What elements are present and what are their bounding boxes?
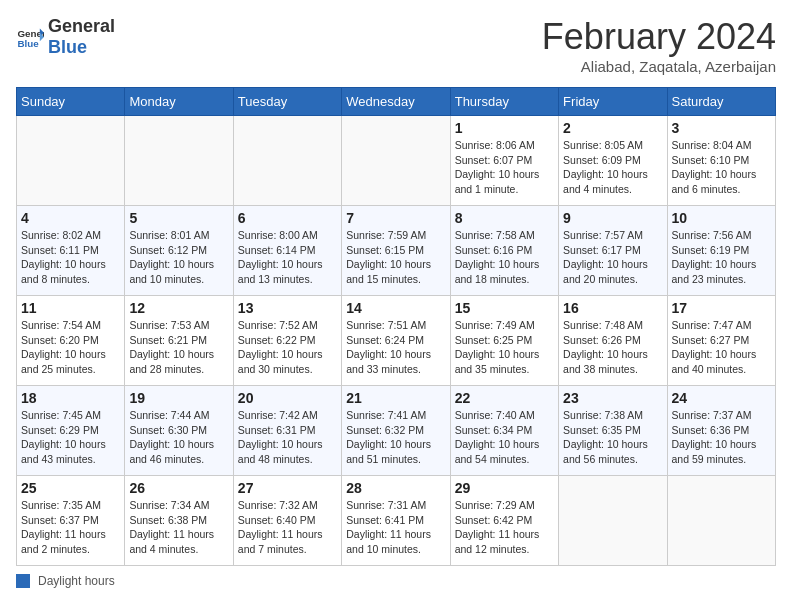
day-number: 6	[238, 210, 337, 226]
day-number: 21	[346, 390, 445, 406]
day-info: Sunrise: 7:58 AM Sunset: 6:16 PM Dayligh…	[455, 228, 554, 287]
day-number: 22	[455, 390, 554, 406]
day-info: Sunrise: 8:05 AM Sunset: 6:09 PM Dayligh…	[563, 138, 662, 197]
calendar-cell: 4Sunrise: 8:02 AM Sunset: 6:11 PM Daylig…	[17, 206, 125, 296]
calendar-cell: 3Sunrise: 8:04 AM Sunset: 6:10 PM Daylig…	[667, 116, 775, 206]
day-info: Sunrise: 7:45 AM Sunset: 6:29 PM Dayligh…	[21, 408, 120, 467]
calendar-cell: 19Sunrise: 7:44 AM Sunset: 6:30 PM Dayli…	[125, 386, 233, 476]
day-info: Sunrise: 7:57 AM Sunset: 6:17 PM Dayligh…	[563, 228, 662, 287]
location: Aliabad, Zaqatala, Azerbaijan	[542, 58, 776, 75]
day-info: Sunrise: 7:54 AM Sunset: 6:20 PM Dayligh…	[21, 318, 120, 377]
day-number: 10	[672, 210, 771, 226]
day-info: Sunrise: 7:48 AM Sunset: 6:26 PM Dayligh…	[563, 318, 662, 377]
day-number: 2	[563, 120, 662, 136]
day-number: 18	[21, 390, 120, 406]
logo-blue: Blue	[48, 37, 115, 58]
calendar-cell: 17Sunrise: 7:47 AM Sunset: 6:27 PM Dayli…	[667, 296, 775, 386]
day-number: 19	[129, 390, 228, 406]
calendar-week-5: 25Sunrise: 7:35 AM Sunset: 6:37 PM Dayli…	[17, 476, 776, 566]
calendar-cell: 6Sunrise: 8:00 AM Sunset: 6:14 PM Daylig…	[233, 206, 341, 296]
day-info: Sunrise: 8:02 AM Sunset: 6:11 PM Dayligh…	[21, 228, 120, 287]
day-info: Sunrise: 7:53 AM Sunset: 6:21 PM Dayligh…	[129, 318, 228, 377]
calendar-cell	[342, 116, 450, 206]
day-number: 25	[21, 480, 120, 496]
col-header-wednesday: Wednesday	[342, 88, 450, 116]
calendar-cell: 25Sunrise: 7:35 AM Sunset: 6:37 PM Dayli…	[17, 476, 125, 566]
day-info: Sunrise: 8:01 AM Sunset: 6:12 PM Dayligh…	[129, 228, 228, 287]
day-info: Sunrise: 7:44 AM Sunset: 6:30 PM Dayligh…	[129, 408, 228, 467]
col-header-sunday: Sunday	[17, 88, 125, 116]
title-block: February 2024 Aliabad, Zaqatala, Azerbai…	[542, 16, 776, 75]
day-info: Sunrise: 8:04 AM Sunset: 6:10 PM Dayligh…	[672, 138, 771, 197]
calendar-week-4: 18Sunrise: 7:45 AM Sunset: 6:29 PM Dayli…	[17, 386, 776, 476]
day-number: 28	[346, 480, 445, 496]
calendar-week-2: 4Sunrise: 8:02 AM Sunset: 6:11 PM Daylig…	[17, 206, 776, 296]
calendar-cell: 9Sunrise: 7:57 AM Sunset: 6:17 PM Daylig…	[559, 206, 667, 296]
day-info: Sunrise: 7:56 AM Sunset: 6:19 PM Dayligh…	[672, 228, 771, 287]
day-info: Sunrise: 7:29 AM Sunset: 6:42 PM Dayligh…	[455, 498, 554, 557]
calendar-header-row: SundayMondayTuesdayWednesdayThursdayFrid…	[17, 88, 776, 116]
day-info: Sunrise: 8:00 AM Sunset: 6:14 PM Dayligh…	[238, 228, 337, 287]
calendar-cell	[667, 476, 775, 566]
calendar-cell	[17, 116, 125, 206]
col-header-friday: Friday	[559, 88, 667, 116]
day-info: Sunrise: 7:42 AM Sunset: 6:31 PM Dayligh…	[238, 408, 337, 467]
calendar-cell: 18Sunrise: 7:45 AM Sunset: 6:29 PM Dayli…	[17, 386, 125, 476]
calendar-cell: 24Sunrise: 7:37 AM Sunset: 6:36 PM Dayli…	[667, 386, 775, 476]
day-info: Sunrise: 7:32 AM Sunset: 6:40 PM Dayligh…	[238, 498, 337, 557]
calendar-cell: 23Sunrise: 7:38 AM Sunset: 6:35 PM Dayli…	[559, 386, 667, 476]
day-info: Sunrise: 7:41 AM Sunset: 6:32 PM Dayligh…	[346, 408, 445, 467]
day-info: Sunrise: 7:52 AM Sunset: 6:22 PM Dayligh…	[238, 318, 337, 377]
day-info: Sunrise: 7:35 AM Sunset: 6:37 PM Dayligh…	[21, 498, 120, 557]
calendar-cell	[559, 476, 667, 566]
calendar-cell: 5Sunrise: 8:01 AM Sunset: 6:12 PM Daylig…	[125, 206, 233, 296]
svg-text:Blue: Blue	[17, 37, 39, 48]
day-number: 7	[346, 210, 445, 226]
calendar-table: SundayMondayTuesdayWednesdayThursdayFrid…	[16, 87, 776, 566]
calendar-cell	[233, 116, 341, 206]
day-number: 12	[129, 300, 228, 316]
day-info: Sunrise: 7:51 AM Sunset: 6:24 PM Dayligh…	[346, 318, 445, 377]
col-header-thursday: Thursday	[450, 88, 558, 116]
calendar-cell: 12Sunrise: 7:53 AM Sunset: 6:21 PM Dayli…	[125, 296, 233, 386]
day-info: Sunrise: 7:37 AM Sunset: 6:36 PM Dayligh…	[672, 408, 771, 467]
calendar-footer: Daylight hours	[16, 574, 776, 588]
calendar-cell: 27Sunrise: 7:32 AM Sunset: 6:40 PM Dayli…	[233, 476, 341, 566]
day-number: 11	[21, 300, 120, 316]
day-info: Sunrise: 7:47 AM Sunset: 6:27 PM Dayligh…	[672, 318, 771, 377]
calendar-cell: 15Sunrise: 7:49 AM Sunset: 6:25 PM Dayli…	[450, 296, 558, 386]
col-header-tuesday: Tuesday	[233, 88, 341, 116]
day-info: Sunrise: 7:34 AM Sunset: 6:38 PM Dayligh…	[129, 498, 228, 557]
day-number: 20	[238, 390, 337, 406]
calendar-cell: 2Sunrise: 8:05 AM Sunset: 6:09 PM Daylig…	[559, 116, 667, 206]
calendar-cell: 16Sunrise: 7:48 AM Sunset: 6:26 PM Dayli…	[559, 296, 667, 386]
logo: General Blue General Blue	[16, 16, 115, 57]
logo-icon: General Blue	[16, 23, 44, 51]
calendar-cell	[125, 116, 233, 206]
day-number: 5	[129, 210, 228, 226]
day-info: Sunrise: 7:31 AM Sunset: 6:41 PM Dayligh…	[346, 498, 445, 557]
day-number: 17	[672, 300, 771, 316]
daylight-legend-label: Daylight hours	[38, 574, 115, 588]
col-header-saturday: Saturday	[667, 88, 775, 116]
day-number: 13	[238, 300, 337, 316]
day-number: 23	[563, 390, 662, 406]
day-number: 26	[129, 480, 228, 496]
page-header: General Blue General Blue February 2024 …	[16, 16, 776, 75]
calendar-cell: 29Sunrise: 7:29 AM Sunset: 6:42 PM Dayli…	[450, 476, 558, 566]
day-number: 4	[21, 210, 120, 226]
calendar-cell: 13Sunrise: 7:52 AM Sunset: 6:22 PM Dayli…	[233, 296, 341, 386]
day-number: 27	[238, 480, 337, 496]
day-number: 29	[455, 480, 554, 496]
day-number: 14	[346, 300, 445, 316]
calendar-week-1: 1Sunrise: 8:06 AM Sunset: 6:07 PM Daylig…	[17, 116, 776, 206]
calendar-cell: 11Sunrise: 7:54 AM Sunset: 6:20 PM Dayli…	[17, 296, 125, 386]
day-number: 1	[455, 120, 554, 136]
day-number: 9	[563, 210, 662, 226]
calendar-cell: 20Sunrise: 7:42 AM Sunset: 6:31 PM Dayli…	[233, 386, 341, 476]
calendar-cell: 22Sunrise: 7:40 AM Sunset: 6:34 PM Dayli…	[450, 386, 558, 476]
daylight-legend-box	[16, 574, 30, 588]
calendar-cell: 26Sunrise: 7:34 AM Sunset: 6:38 PM Dayli…	[125, 476, 233, 566]
day-info: Sunrise: 7:38 AM Sunset: 6:35 PM Dayligh…	[563, 408, 662, 467]
calendar-cell: 1Sunrise: 8:06 AM Sunset: 6:07 PM Daylig…	[450, 116, 558, 206]
